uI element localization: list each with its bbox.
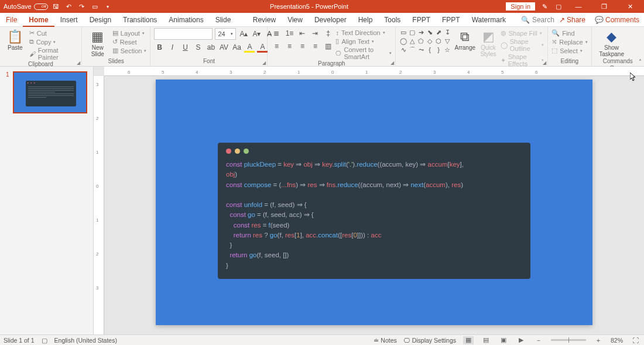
tab-design[interactable]: Design [84,13,117,27]
tab-fppt-2[interactable]: FPPT [436,13,466,27]
copy-button[interactable]: ⧉Copy▾ [29,38,78,46]
slide-viewport[interactable]: const pluckDeep = key ⇒ obj ⇒ key.split(… [104,76,644,334]
spellcheck-icon[interactable]: ▢ [42,337,47,344]
increase-indent-button[interactable]: ⇥ [310,28,320,39]
ribbon-display-icon[interactable]: ▢ [554,2,563,11]
group-label-commands: Commands Group [595,58,640,66]
collapse-ribbon-button[interactable]: ˄ [639,58,642,65]
underline-button[interactable]: U [180,42,190,53]
fit-to-window-button[interactable]: ⛶ [630,336,640,344]
redo-icon[interactable]: ↷ [77,2,87,11]
clipboard-dialog-launcher[interactable]: ◢ [77,60,80,65]
slide-sorter-button[interactable]: ▤ [481,336,491,344]
new-slide-button[interactable]: ▦ New Slide [85,28,110,57]
display-settings-button[interactable]: 🖵 Display Settings [404,337,456,344]
zoom-out-button[interactable]: − [533,336,544,344]
columns-button[interactable]: ▥ [323,41,333,51]
line-spacing-button[interactable]: ‡ [323,28,333,39]
tab-tools[interactable]: Tools [378,13,406,27]
slide-thumbnail-1[interactable] [13,71,87,113]
select-button[interactable]: ⬚Select▾ [551,47,587,54]
cut-button[interactable]: ✂Cut [29,29,78,37]
signin-button[interactable]: Sign in [506,2,535,11]
decrease-indent-button[interactable]: ⇤ [297,28,307,39]
tab-help[interactable]: Help [352,13,379,27]
start-slideshow-icon[interactable]: ▭ [90,2,100,11]
highlight-button[interactable]: A [244,42,255,53]
tab-insert[interactable]: Insert [54,13,84,27]
section-button[interactable]: ▥Section▾ [112,47,147,54]
slide-1[interactable]: const pluckDeep = key ⇒ obj ⇒ key.split(… [156,80,592,325]
tab-developer[interactable]: Developer [309,13,352,27]
strike-button[interactable]: S [193,42,203,53]
zoom-level[interactable]: 82% [611,337,623,344]
shape-outline-button[interactable]: ◯Shape Outline▾ [501,38,544,52]
replace-button[interactable]: ⤭Replace▾ [551,38,587,46]
italic-button[interactable]: I [167,42,177,53]
bold-button[interactable]: B [154,42,165,53]
zoom-in-button[interactable]: + [593,336,604,344]
slide-thumbnails-panel[interactable]: 1 [0,67,94,334]
grow-font-icon[interactable]: A▴ [238,29,249,39]
smartart-button[interactable]: ⎔Convert to SmartArt▾ [335,46,392,60]
shrink-font-icon[interactable]: A▾ [251,29,262,39]
align-text-button[interactable]: ▯Align Text▾ [335,37,392,45]
paste-button[interactable]: 📋 Paste [4,28,27,51]
align-center-button[interactable]: ≡ [284,41,294,51]
justify-button[interactable]: ≡ [310,41,320,51]
shadow-button[interactable]: ab [205,42,216,53]
reset-button[interactable]: ↺Reset [112,38,147,46]
notes-button[interactable]: ≐ Notes [374,337,396,344]
drawing-dialog-launcher[interactable]: ◢ [543,60,546,65]
undo-icon[interactable]: ↶ [64,2,74,11]
status-language[interactable]: English (United States) [54,337,117,344]
tab-view[interactable]: View [282,13,309,27]
align-left-button[interactable]: ≡ [271,41,282,51]
change-case-button[interactable]: Aa [231,42,242,53]
tab-animations[interactable]: Animations [163,13,209,27]
tab-review[interactable]: Review [247,13,282,27]
find-button[interactable]: 🔍Find [551,29,587,37]
numbering-button[interactable]: 1≡ [284,28,294,39]
tab-watermark[interactable]: Watermark [466,13,512,27]
share-button[interactable]: ↗Share [554,16,590,24]
align-right-button[interactable]: ≡ [297,41,307,51]
show-taskpane-button[interactable]: ◆ Show Taskpane [595,28,628,57]
font-color-button[interactable]: A [257,42,268,53]
qat-more-icon[interactable]: ▾ [103,2,112,11]
tab-file[interactable]: File [0,13,23,27]
zoom-slider[interactable] [551,339,586,341]
tab-home[interactable]: Home [23,13,54,27]
font-dialog-launcher[interactable]: ◢ [262,60,266,65]
shape-fill-button[interactable]: ◍Shape Fill▾ [501,29,544,37]
tab-slideshow[interactable]: Slide Show [210,13,247,27]
quick-styles-button[interactable]: ◩ Quick Styles [478,28,498,57]
comments-button[interactable]: 💬Comments [590,16,644,24]
reading-view-button[interactable]: ▣ [498,336,509,344]
tab-transitions[interactable]: Transitions [117,13,163,27]
close-button[interactable]: ✕ [619,0,640,13]
code-block[interactable]: const pluckDeep = key ⇒ obj ⇒ key.split(… [218,143,530,279]
save-icon[interactable]: 🖫 [52,2,61,11]
slideshow-view-button[interactable]: ▶ [516,336,526,344]
minimize-button[interactable]: — [568,0,589,13]
tell-me-search[interactable]: 🔍 Search [521,16,554,24]
format-painter-button[interactable]: 🖌Format Painter [29,47,78,61]
font-size-input[interactable]: 24▾ [215,28,236,40]
normal-view-button[interactable]: ▦ [463,336,474,344]
autosave-toggle[interactable]: AutoSave Off [4,3,48,10]
reset-icon: ↺ [112,38,118,46]
char-spacing-button[interactable]: AV [218,42,229,53]
bullets-button[interactable]: ≣ [271,28,282,39]
shapes-gallery[interactable]: ▭▢➔⬊⬈↧ ◯△⬠◇⬡▽ ∿⌒⤳{}☆ [399,28,451,54]
tab-fppt-1[interactable]: FPPT [406,13,436,27]
paragraph-dialog-launcher[interactable]: ◢ [390,60,394,65]
text-direction-button[interactable]: ↕Text Direction▾ [335,29,392,36]
layout-button[interactable]: ▤Layout▾ [112,29,147,37]
coming-soon-icon[interactable]: ✎ [540,2,549,11]
arrange-button[interactable]: ⧉ Arrange [454,28,476,51]
shape-effects-button[interactable]: ✦Shape Effects▾ [501,53,544,67]
font-family-input[interactable] [154,28,213,40]
maximize-button[interactable]: ❐ [594,0,615,13]
status-slide-count[interactable]: Slide 1 of 1 [4,337,35,344]
